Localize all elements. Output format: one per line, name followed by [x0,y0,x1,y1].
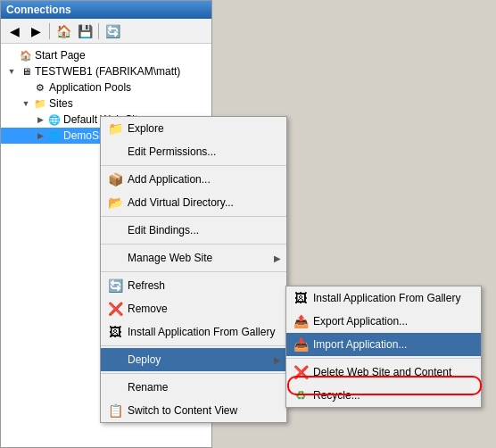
start-page-icon: 🏠 [19,48,33,62]
submenu-recycle-icon: ♻ [292,386,310,404]
default-site-icon: 🌐 [47,112,62,127]
menu-item-switch-content-view[interactable]: 📋 Switch to Content View [101,399,286,422]
submenu-install-label: Install Application From Gallery [313,292,475,304]
sites-label: Sites [49,97,73,110]
default-site-expand[interactable]: ▶ [33,112,47,127]
add-app-icon: 📦 [106,170,124,188]
remove-label: Remove [128,303,281,315]
install-gallery-label: Install Application From Gallery [128,326,281,338]
menu-sep-6 [101,373,286,374]
save-button[interactable]: 💾 [75,21,95,41]
add-app-label: Add Application... [128,173,281,186]
app-pools-label: Application Pools [49,81,131,94]
toolbar-separator-2 [98,23,99,39]
add-vdir-icon: 📂 [106,194,124,212]
app-pools-icon: ⚙ [33,80,47,95]
submenu-import-icon: 📥 [292,336,310,353]
menu-item-explore[interactable]: 📁 Explore [101,117,286,140]
rename-label: Rename [128,381,281,394]
menu-sep-4 [101,271,286,272]
sites-icon: 📁 [33,96,47,111]
submenu-item-install-gallery[interactable]: 🖼 Install Application From Gallery [286,286,481,310]
submenu-install-icon: 🖼 [292,289,310,307]
switch-content-label: Switch to Content View [128,404,281,417]
menu-item-add-virtual-dir[interactable]: 📂 Add Virtual Directory... [101,191,286,214]
panel-title: Connections [1,1,211,19]
tree-item-sites[interactable]: ▼ 📁 Sites [1,95,211,112]
manage-label: Manage Web Site [128,252,274,264]
demo-site-expand[interactable]: ▶ [33,129,47,143]
sites-expand-icon[interactable]: ▼ [19,96,33,111]
deploy-submenu: 🖼 Install Application From Gallery 📤 Exp… [285,286,482,408]
edit-permissions-label: Edit Permissions... [128,145,281,158]
refresh-label: Refresh [128,279,281,292]
manage-arrow-icon: ▶ [274,253,281,263]
menu-item-rename[interactable]: Rename [101,376,286,399]
tree-item-server[interactable]: ▼ 🖥 TESTWEB1 (FABRIKAM\matt) [1,63,211,79]
menu-item-install-gallery[interactable]: 🖼 Install Application From Gallery [101,320,286,344]
menu-sep-2 [101,216,286,217]
toolbar: ◀ ▶ 🏠 💾 🔄 [1,19,211,44]
start-page-label: Start Page [35,49,86,62]
switch-content-icon: 📋 [106,402,124,419]
submenu-export-icon: 📤 [292,312,310,330]
submenu-item-delete-website[interactable]: ❌ Delete Web Site and Content [286,361,481,384]
forward-button[interactable]: ▶ [26,21,45,41]
remove-icon: ❌ [106,300,124,318]
submenu-delete-label: Delete Web Site and Content [313,366,475,378]
submenu-item-export-application[interactable]: 📤 Export Application... [286,310,481,333]
menu-item-manage-web-site[interactable]: Manage Web Site ▶ [101,246,286,270]
server-expand-icon[interactable]: ▼ [4,64,19,79]
explore-label: Explore [128,122,281,135]
tree-item-app-pools[interactable]: ⚙ Application Pools [1,79,211,95]
submenu-item-recycle[interactable]: ♻ Recycle... [286,384,481,407]
submenu-sep-1 [286,358,481,359]
menu-item-remove[interactable]: ❌ Remove [101,297,286,320]
menu-item-deploy[interactable]: Deploy ▶ [101,348,286,371]
menu-item-add-application[interactable]: 📦 Add Application... [101,168,286,191]
server-icon: 🖥 [19,64,33,79]
home-button[interactable]: 🏠 [54,21,73,41]
server-label: TESTWEB1 (FABRIKAM\matt) [35,65,180,78]
menu-sep-5 [101,345,286,346]
edit-permissions-icon [106,143,124,161]
back-button[interactable]: ◀ [4,21,24,41]
submenu-export-label: Export Application... [313,315,475,328]
refresh-icon: 🔄 [106,277,124,295]
deploy-label: Deploy [128,353,274,366]
submenu-item-import-application[interactable]: 📥 Import Application... [286,333,481,356]
toolbar-separator [49,23,50,39]
app-pools-expand [19,80,33,95]
expand-placeholder [4,48,19,62]
menu-item-edit-bindings[interactable]: Edit Bindings... [101,219,286,242]
add-vdir-label: Add Virtual Directory... [128,196,281,209]
edit-bindings-label: Edit Bindings... [128,224,281,236]
deploy-arrow-icon: ▶ [274,355,281,365]
manage-icon [106,249,124,267]
demo-site-icon: 🌐 [47,129,62,143]
menu-sep-3 [101,244,286,245]
context-menu: 📁 Explore Edit Permissions... 📦 Add Appl… [100,116,287,423]
submenu-import-label: Import Application... [313,338,475,351]
submenu-recycle-label: Recycle... [313,389,475,402]
rename-icon [106,378,124,396]
deploy-icon [106,351,124,369]
install-gallery-icon: 🖼 [106,323,124,341]
tree-item-start-page[interactable]: 🏠 Start Page [1,47,211,63]
refresh-button[interactable]: 🔄 [103,21,122,41]
menu-sep-1 [101,165,286,166]
menu-item-edit-permissions[interactable]: Edit Permissions... [101,140,286,163]
menu-item-refresh[interactable]: 🔄 Refresh [101,274,286,297]
edit-bindings-icon [106,221,124,239]
explore-icon: 📁 [106,120,124,137]
submenu-delete-icon: ❌ [292,363,310,381]
